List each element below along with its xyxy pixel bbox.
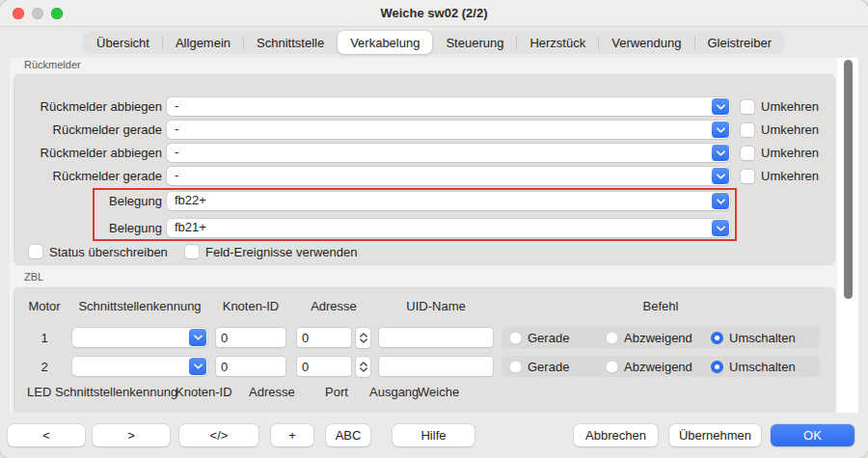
befehl-radio-group: Gerade Abzweigend Umschalten (502, 327, 820, 348)
section-label-zbl: ZBL (24, 271, 43, 283)
scrollbar-track[interactable] (837, 58, 858, 413)
led-header-kennung: Schnittstellenkennung (55, 385, 177, 399)
abc-button[interactable]: ABC (326, 424, 370, 446)
title-bar: Weiche sw02 (2/2) (0, 0, 868, 27)
checkbox-label: Umkehren (761, 99, 819, 114)
rueckmelder-row: Rückmelder gerade - Umkehren (10, 167, 858, 186)
tab-segmented-control: Übersicht Allgemein Schnittstelle Verkab… (83, 31, 785, 54)
rueckmelder-row: Rückmelder abbiegen - Umkehren (10, 144, 858, 163)
code-button[interactable]: </> (179, 424, 258, 446)
tab-divider (243, 37, 244, 49)
tab-divider (598, 37, 599, 49)
rueckmelder-gerade-dropdown[interactable]: - (167, 167, 730, 185)
checkbox-label: Umkehren (761, 169, 819, 183)
motor-number: 1 (25, 331, 64, 345)
scrollbar-thumb[interactable] (844, 60, 853, 299)
befehl-radio-group: Gerade Abzweigend Umschalten (502, 356, 820, 377)
radio-circle-icon (509, 361, 522, 373)
feld-ereignisse-checkbox[interactable] (185, 245, 199, 258)
dropdown-value: - (175, 98, 178, 113)
apply-button[interactable]: Übernehmen (669, 424, 761, 446)
ok-button[interactable]: OK (771, 424, 854, 446)
tab-divider (694, 37, 695, 49)
tab-allgemein[interactable]: Allgemein (163, 31, 243, 54)
dialog-window: Weiche sw02 (2/2) Übersicht Allgemein Sc… (0, 0, 868, 458)
adresse-field[interactable] (297, 357, 351, 376)
tab-divider (162, 37, 163, 49)
chevron-down-icon (712, 145, 729, 161)
kennung-dropdown[interactable] (72, 357, 207, 376)
stepper-up-icon (360, 362, 367, 366)
led-header-ausgang: Ausgang (369, 385, 419, 399)
radio-abzweigend[interactable]: Abzweigend (606, 331, 692, 345)
umkehren-checkbox[interactable] (741, 123, 754, 137)
cancel-button[interactable]: Abbrechen (574, 424, 658, 446)
section-label-rueckmelder: Rückmelder (24, 59, 81, 70)
belegung-dropdown[interactable]: fb22+ (167, 192, 730, 210)
adresse-field[interactable] (297, 328, 351, 347)
knoten-id-field[interactable] (216, 328, 285, 347)
next-button[interactable]: > (93, 424, 170, 446)
add-button[interactable]: + (271, 424, 313, 446)
stepper-down-icon (360, 338, 367, 343)
column-header-uid: UID-Name (379, 299, 493, 313)
umkehren-checkbox[interactable] (741, 170, 754, 183)
belegung-row: Belegung fb22+ (10, 192, 858, 211)
led-header-port: Port (325, 385, 348, 399)
rueckmelder-abbiegen-dropdown[interactable]: - (167, 144, 730, 162)
prev-button[interactable]: < (8, 424, 85, 446)
radio-selected-icon (711, 361, 723, 373)
rueckmelder-gerade-dropdown[interactable]: - (167, 121, 730, 139)
stepper-down-icon (360, 367, 367, 372)
dropdown-value: fb22+ (175, 193, 206, 207)
options-row: Status überschreiben Feld-Ereignisse ver… (10, 243, 858, 262)
tab-uebersicht[interactable]: Übersicht (84, 31, 162, 54)
knoten-id-field[interactable] (216, 357, 285, 376)
tab-bar: Übersicht Allgemein Schnittstelle Verkab… (0, 27, 868, 58)
checkbox-label: Status überschreiben (49, 245, 168, 259)
chevron-down-icon (712, 220, 729, 236)
radio-umschalten[interactable]: Umschalten (711, 360, 796, 374)
field-label: Belegung (10, 221, 162, 235)
belegung-row: Belegung fb21+ (10, 219, 858, 238)
chevron-down-icon (712, 98, 729, 115)
rueckmelder-abbiegen-dropdown[interactable]: - (167, 97, 730, 116)
radio-selected-icon (711, 332, 723, 344)
dropdown-value: - (175, 145, 178, 159)
dropdown-value: fb21+ (175, 220, 206, 234)
uid-name-field[interactable] (379, 328, 493, 347)
stepper-up-icon (360, 333, 367, 337)
chevron-down-icon (189, 329, 206, 346)
chevron-down-icon (189, 358, 206, 375)
radio-gerade[interactable]: Gerade (509, 360, 569, 374)
field-label: Belegung (10, 194, 162, 208)
tab-gleistreiber[interactable]: Gleistreiber (695, 31, 784, 54)
radio-circle-icon (606, 332, 618, 344)
tab-schnittstelle[interactable]: Schnittstelle (244, 31, 337, 54)
tab-herzstueck[interactable]: Herzstück (517, 31, 598, 54)
rueckmelder-row: Rückmelder abbiegen - Umkehren (10, 97, 858, 117)
footer-bar: < > </> + ABC Hilfe Abbrechen Übernehmen… (0, 413, 868, 458)
uid-name-field[interactable] (379, 357, 493, 376)
tab-verkabelung[interactable]: Verkabelung (338, 31, 432, 54)
radio-abzweigend[interactable]: Abzweigend (606, 360, 692, 374)
radio-gerade[interactable]: Gerade (509, 331, 569, 345)
tab-divider (516, 37, 517, 49)
belegung-dropdown[interactable]: fb21+ (167, 219, 730, 237)
checkbox-label: Umkehren (761, 146, 819, 160)
dropdown-value: - (175, 168, 178, 182)
radio-circle-icon (509, 332, 522, 344)
field-label: Rückmelder abbiegen (10, 99, 162, 114)
umkehren-checkbox[interactable] (741, 100, 754, 114)
chevron-down-icon (712, 168, 729, 184)
umkehren-checkbox[interactable] (741, 147, 754, 160)
kennung-dropdown[interactable] (72, 328, 207, 347)
tab-steuerung[interactable]: Steuerung (433, 31, 516, 54)
chevron-down-icon (712, 121, 729, 138)
status-ueberschreiben-checkbox[interactable] (29, 245, 42, 258)
radio-umschalten[interactable]: Umschalten (711, 331, 796, 345)
adresse-stepper[interactable] (356, 357, 370, 377)
tab-verwendung[interactable]: Verwendung (599, 31, 693, 54)
adresse-stepper[interactable] (356, 328, 370, 348)
help-button[interactable]: Hilfe (393, 424, 475, 446)
